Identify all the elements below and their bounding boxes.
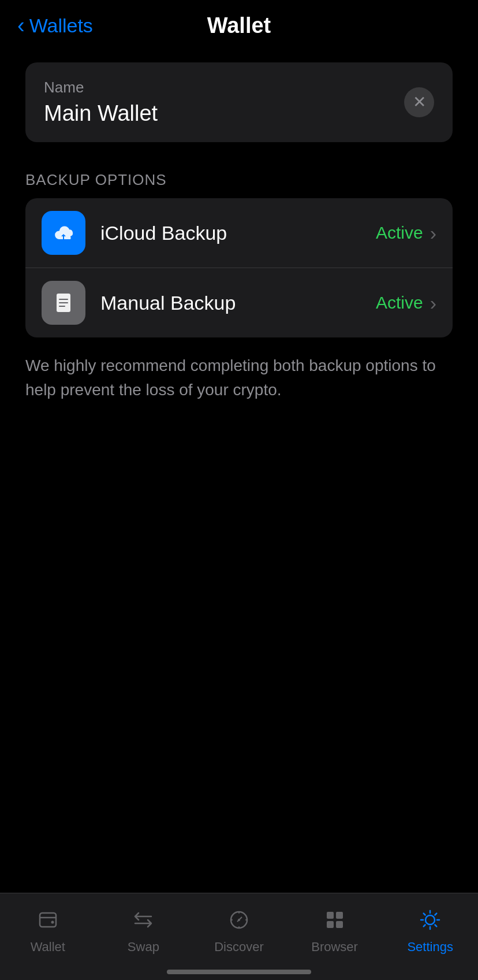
manual-backup-status: Active <box>376 293 423 313</box>
recommendation-text: We highly recommend completing both back… <box>25 354 453 402</box>
svg-rect-10 <box>336 921 343 928</box>
browser-tab-label: Browser <box>311 940 358 955</box>
tab-swap[interactable]: Swap <box>109 905 178 955</box>
x-icon: ✕ <box>413 94 426 110</box>
cloud-icon <box>51 220 76 246</box>
name-label: Name <box>44 79 404 96</box>
svg-rect-8 <box>336 912 343 919</box>
manual-backup-row[interactable]: Manual Backup Active › <box>25 268 453 337</box>
main-content: Name Main Wallet ✕ BACKUP OPTIONS iCloud… <box>0 51 478 402</box>
browser-tab-icon <box>320 905 350 935</box>
svg-rect-7 <box>327 912 334 919</box>
wallet-name-value[interactable]: Main Wallet <box>44 101 404 126</box>
back-label: Wallets <box>29 14 93 37</box>
settings-tab-label: Settings <box>407 940 453 955</box>
swap-tab-icon <box>128 905 158 935</box>
swap-tab-label: Swap <box>128 940 159 955</box>
nav-header: ‹ Wallets Wallet <box>0 0 478 51</box>
page-title: Wallet <box>207 13 271 38</box>
chevron-left-icon: ‹ <box>17 14 25 36</box>
wallet-tab-label: Wallet <box>31 940 65 955</box>
svg-rect-9 <box>327 921 334 928</box>
name-field-group: Name Main Wallet <box>44 79 404 126</box>
tab-browser[interactable]: Browser <box>300 905 369 955</box>
tab-settings[interactable]: Settings <box>395 905 465 955</box>
tab-bar: Wallet Swap Discover <box>0 893 478 980</box>
clear-name-button[interactable]: ✕ <box>404 87 434 117</box>
manual-chevron-icon: › <box>430 292 436 314</box>
svg-point-6 <box>238 919 240 921</box>
name-card: Name Main Wallet ✕ <box>25 62 453 142</box>
icloud-icon-wrap <box>42 211 85 255</box>
backup-options-card: iCloud Backup Active › Manual Backup Act… <box>25 198 453 337</box>
tab-wallet[interactable]: Wallet <box>13 905 83 955</box>
discover-tab-label: Discover <box>214 940 264 955</box>
tab-discover[interactable]: Discover <box>204 905 274 955</box>
settings-tab-icon <box>415 905 445 935</box>
back-button[interactable]: ‹ Wallets <box>17 14 93 37</box>
document-icon <box>51 290 76 315</box>
svg-point-4 <box>51 921 54 924</box>
icloud-backup-status: Active <box>376 223 423 243</box>
discover-tab-icon <box>224 905 254 935</box>
home-indicator <box>167 970 311 974</box>
icloud-backup-row[interactable]: iCloud Backup Active › <box>25 198 453 268</box>
manual-icon-wrap <box>42 281 85 325</box>
icloud-backup-label: iCloud Backup <box>100 222 376 244</box>
icloud-chevron-icon: › <box>430 222 436 244</box>
wallet-tab-icon <box>33 905 63 935</box>
backup-section-header: BACKUP OPTIONS <box>25 171 453 189</box>
manual-backup-label: Manual Backup <box>100 292 376 314</box>
